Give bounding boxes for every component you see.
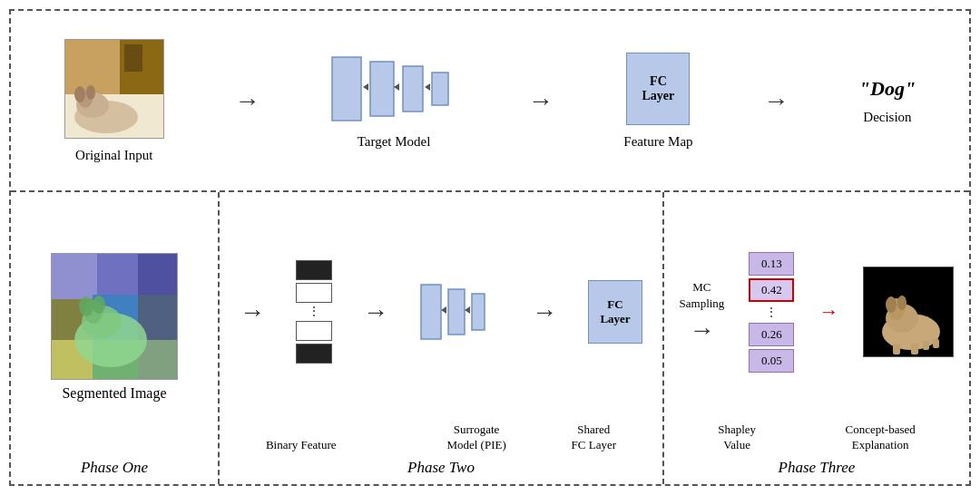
sv-cell-0.42: 0.42 [749, 278, 794, 302]
target-model-item: Target Model [330, 53, 457, 150]
phase-two-section: → ⋮ → [220, 192, 664, 484]
svg-point-29 [79, 296, 93, 316]
decision-label: Decision [863, 110, 911, 125]
original-input-label: Original Input [75, 148, 152, 163]
decision-item: "Dog" Decision [859, 77, 916, 125]
surrogate-cnn [419, 280, 501, 344]
arrow-1: → [234, 86, 260, 115]
svg-rect-43 [911, 344, 918, 354]
phase-three-section: MCSampling → 0.13 0.42 ⋮ 0.26 0.05 → [664, 192, 969, 484]
bf-block-1 [296, 260, 332, 280]
red-arrow: → [818, 300, 838, 324]
svg-rect-19 [138, 254, 178, 295]
phase-one-section: Segmented Image Phase One [11, 192, 220, 484]
shared-fc-box: FCLayer [588, 280, 642, 344]
bf-block-2 [296, 283, 332, 303]
svg-marker-34 [441, 306, 446, 314]
svg-marker-13 [363, 83, 368, 91]
arrow-surrogate-fc: → [532, 297, 557, 326]
svg-rect-42 [893, 344, 900, 354]
svg-point-7 [74, 86, 85, 102]
svg-rect-17 [52, 254, 97, 299]
svg-marker-14 [394, 83, 399, 91]
target-model-label: Target Model [358, 134, 431, 150]
shapley-value-label: ShapleyValue [718, 422, 756, 453]
arrow-mc: → [689, 315, 714, 345]
sv-cell-0.05: 0.05 [749, 349, 794, 373]
svg-rect-12 [432, 73, 448, 105]
concept-explanation-label: Concept-basedExplanation [846, 422, 916, 453]
surrogate-model-item [419, 280, 501, 344]
segmented-image [51, 253, 178, 380]
svg-rect-31 [421, 285, 441, 339]
arrow-p1-p2: → [240, 297, 265, 326]
phase-two-content: → ⋮ → [224, 201, 658, 422]
bf-block-4 [296, 344, 332, 364]
target-model-cnn [330, 53, 457, 125]
segmented-image-label: Segmented Image [62, 385, 166, 402]
bottom-row: Segmented Image Phase One → ⋮ [11, 192, 969, 484]
phase-three-content: MCSampling → 0.13 0.42 ⋮ 0.26 0.05 → [669, 201, 965, 422]
svg-rect-33 [472, 294, 485, 330]
svg-rect-18 [97, 254, 138, 295]
phase-three-sublabels: ShapleyValue Concept-basedExplanation [669, 422, 965, 453]
svg-rect-32 [448, 289, 465, 335]
svg-rect-11 [403, 66, 423, 112]
shared-fc-item: FCLayer [588, 280, 642, 344]
svg-marker-35 [465, 306, 470, 314]
arrow-bf-surrogate: → [363, 297, 388, 326]
svg-point-41 [897, 296, 906, 310]
phase-one-labels: Phase One [81, 453, 148, 477]
surrogate-label: Surrogate Model (PIE) [446, 422, 505, 453]
binary-feature-blocks: ⋮ [296, 260, 332, 364]
phase-one-content: Segmented Image [51, 201, 178, 453]
original-input-image [64, 39, 164, 139]
feature-map-fc: FCLayer [626, 53, 690, 125]
mc-sampling-group: MCSampling → [680, 279, 725, 345]
bf-dots: ⋮ [308, 306, 320, 318]
arrow-2: → [528, 86, 554, 115]
sv-cell-0.26: 0.26 [749, 323, 794, 346]
sv-dots: ⋮ [765, 305, 778, 320]
svg-rect-44 [923, 341, 929, 350]
concept-image [863, 267, 954, 357]
svg-rect-2 [124, 44, 142, 72]
mc-sampling-label: MCSampling [680, 279, 725, 312]
shapley-values-group: 0.13 0.42 ⋮ 0.26 0.05 [749, 252, 794, 373]
decision-value: "Dog" [859, 77, 916, 101]
phase-two-label: Phase Two [407, 459, 475, 477]
svg-rect-45 [933, 339, 939, 348]
original-input-item: Original Input [64, 39, 164, 163]
svg-rect-10 [370, 62, 394, 116]
shared-label: Shared FC Layer [572, 422, 616, 453]
phase-three-label: Phase Three [779, 459, 856, 477]
binary-feature-label: Binary Feature [266, 438, 337, 453]
feature-map-label: Feature Map [623, 134, 692, 150]
main-diagram: Original Input → [9, 9, 971, 486]
svg-point-8 [86, 85, 95, 100]
svg-point-30 [93, 296, 105, 314]
bf-block-3 [296, 321, 332, 341]
phase-two-sublabels: Binary Feature Surrogate Model (PIE) Sha… [224, 422, 658, 453]
phase-one-label: Phase One [81, 459, 148, 477]
arrow-3: → [763, 86, 789, 115]
top-row: Original Input → [11, 11, 969, 192]
svg-rect-9 [332, 57, 361, 121]
feature-map-item: FCLayer Feature Map [623, 53, 692, 150]
binary-feature-item: ⋮ [296, 260, 332, 364]
svg-marker-15 [425, 83, 430, 91]
svg-point-40 [886, 296, 897, 313]
sv-cell-0.13: 0.13 [749, 252, 794, 276]
